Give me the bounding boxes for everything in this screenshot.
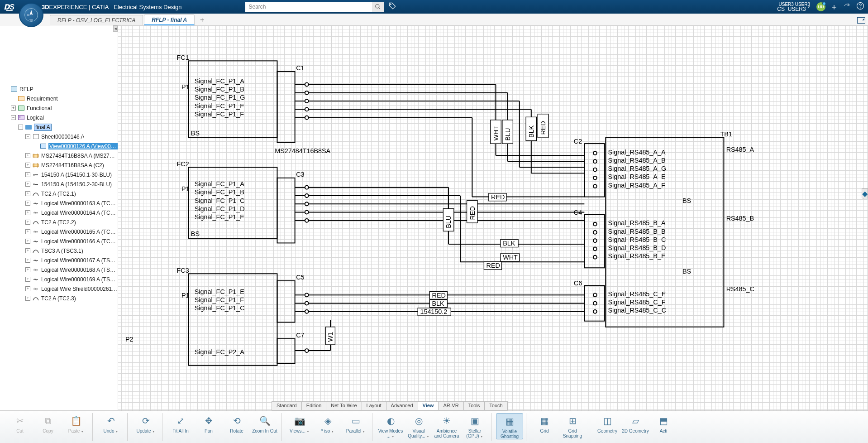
canvas-tab-standard[interactable]: Standard bbox=[272, 402, 302, 410]
canvas-tab-advanced[interactable]: Advanced bbox=[386, 402, 418, 410]
canvas-tab-tools[interactable]: Tools bbox=[464, 402, 485, 410]
tree-item[interactable]: +154150 A (154150.2-30-BLU) bbox=[4, 179, 118, 189]
tab-add-button[interactable]: + bbox=[196, 15, 209, 25]
tree-item[interactable]: +MS27484T16B8SA A (C2) bbox=[4, 160, 118, 170]
svg-text:Signal_FC_P1_E: Signal_FC_P1_E bbox=[195, 213, 244, 221]
fit-button[interactable]: ⤢Fit All In bbox=[167, 413, 194, 439]
tree-item[interactable]: +Logical Wire00000169 A (TSC3.1- bbox=[4, 274, 118, 284]
tab-rflp-final[interactable]: RFLP - final A bbox=[144, 14, 195, 25]
undo-button[interactable]: ↶Undo▼ bbox=[97, 413, 124, 439]
expand-icon[interactable]: + bbox=[25, 286, 30, 291]
acti-button[interactable]: ⬒Acti bbox=[650, 413, 677, 439]
view-modes-button[interactable]: ◐View Modes ...▼ bbox=[377, 413, 404, 439]
tree-functional[interactable]: + Functional bbox=[4, 103, 118, 113]
tree-item[interactable]: +Logical Wire00000164 A (TC2.1-3 bbox=[4, 208, 118, 217]
tree-collapse-handle[interactable]: ◂ bbox=[113, 25, 118, 32]
avatar[interactable]: UU bbox=[816, 2, 825, 11]
tree-logical[interactable]: − Logical bbox=[4, 113, 118, 122]
2d-geometry-button[interactable]: ▱2D Geometry bbox=[622, 413, 649, 439]
tree-item-label: 154150 A (154150.2-30-BLU) bbox=[41, 181, 112, 188]
tree-item[interactable]: +Logical Wire00000168 A (TSC3.1- bbox=[4, 265, 118, 274]
tree-item[interactable]: +MS27484T16B8SA A (MS27484T bbox=[4, 151, 118, 160]
expand-icon[interactable]: + bbox=[25, 248, 30, 253]
views-button[interactable]: 📷Views...▼ bbox=[286, 413, 313, 439]
copy-button[interactable]: ⧉Copy bbox=[34, 413, 62, 439]
tree-item[interactable]: +TSC3 A (TSC3.1) bbox=[4, 246, 118, 255]
tree-item[interactable]: +Logical Wire00000166 A (TC2.2-3 bbox=[4, 236, 118, 246]
expand-icon[interactable]: + bbox=[25, 229, 30, 234]
canvas-tab-edition[interactable]: Edition bbox=[302, 402, 327, 410]
geometry-button[interactable]: ◫Geometry bbox=[594, 413, 621, 439]
collapse-icon[interactable]: − bbox=[11, 115, 16, 120]
tree-item[interactable]: +TC2 A (TC2.1) bbox=[4, 189, 118, 198]
expand-icon[interactable]: + bbox=[25, 277, 30, 282]
paste-button[interactable]: 📋Paste▼ bbox=[62, 413, 90, 439]
help-icon[interactable] bbox=[856, 2, 864, 12]
user-block[interactable]: USER3 USER3 CS_USER3 ˅ bbox=[777, 2, 810, 12]
zoom-button[interactable]: 🔍Zoom In Out bbox=[251, 413, 278, 439]
svg-text:BLK: BLK bbox=[503, 240, 515, 247]
expand-icon[interactable]: + bbox=[25, 210, 30, 215]
tree-item-label: Logical Wire00000164 A (TC2.1-3 bbox=[41, 210, 118, 216]
side-panel-handle[interactable]: ◆ bbox=[862, 188, 868, 198]
tab-rflp-osv[interactable]: RFLP - OSV_LOG_ELECTRICA bbox=[50, 15, 143, 25]
compass-widget[interactable]: V.R3D bbox=[19, 3, 43, 27]
canvas-tab-layout[interactable]: Layout bbox=[362, 402, 386, 410]
canvas-tab-net-to-wire[interactable]: Net To Wire bbox=[326, 402, 362, 410]
canvas-tab-ar-vr[interactable]: AR-VR bbox=[439, 402, 463, 410]
tree-item[interactable]: +TC2 A (TC2.2) bbox=[4, 217, 118, 227]
collapse-icon[interactable]: − bbox=[25, 134, 30, 139]
tree-item[interactable]: +Logical Wire00000163 A (TC2.1-3 bbox=[4, 198, 118, 208]
pan-button[interactable]: ✥Pan bbox=[195, 413, 222, 439]
expand-icon[interactable]: + bbox=[25, 182, 30, 187]
expand-icon[interactable]: + bbox=[25, 258, 30, 263]
canvas-tab-touch[interactable]: Touch bbox=[485, 402, 507, 410]
share-icon[interactable] bbox=[843, 2, 852, 12]
tree-root[interactable]: RFLP bbox=[4, 84, 118, 94]
tree-item[interactable]: +Logical Wire00000165 A (TC2.2-3 bbox=[4, 227, 118, 236]
search-input[interactable] bbox=[245, 2, 372, 12]
expand-icon[interactable]: + bbox=[25, 172, 30, 177]
visual-quality-button[interactable]: ◎Visual Quality...▼ bbox=[405, 413, 432, 439]
svg-point-112 bbox=[305, 310, 309, 313]
rotate-button[interactable]: ⟲Rotate bbox=[223, 413, 250, 439]
volatile-ghosting-button[interactable]: ▦Volatile Ghosting bbox=[496, 413, 523, 439]
tree-item[interactable]: +Logical Wire00000167 A (TSC3.1- bbox=[4, 255, 118, 265]
collapse-icon[interactable]: − bbox=[18, 125, 23, 130]
search-button[interactable] bbox=[372, 2, 384, 12]
cut-button[interactable]: ✂Cut bbox=[6, 413, 33, 439]
expand-icon[interactable]: + bbox=[25, 267, 30, 272]
expand-icon[interactable]: + bbox=[25, 239, 30, 244]
canvas-tab-view[interactable]: View bbox=[418, 402, 439, 410]
svg-text:C4: C4 bbox=[574, 209, 582, 216]
expand-icon[interactable]: + bbox=[11, 106, 16, 111]
minimize-icon[interactable] bbox=[857, 17, 865, 24]
requirement-icon bbox=[18, 96, 24, 101]
expand-icon[interactable]: + bbox=[25, 296, 30, 301]
tree-requirement[interactable]: Requirement bbox=[4, 94, 118, 103]
viewmodes-icon: ◐ bbox=[384, 415, 397, 428]
canvas[interactable]: FC1 P1 BS Signal_FC_P1_A Signal_FC_P1_B … bbox=[118, 25, 868, 410]
item-icon bbox=[32, 153, 39, 159]
expand-icon[interactable]: + bbox=[25, 191, 30, 196]
tree-view[interactable]: View00000126 A (View00000 bbox=[4, 141, 118, 151]
parallel-button[interactable]: ▭Parallel▼ bbox=[342, 413, 369, 439]
tag-icon[interactable] bbox=[388, 2, 396, 12]
iso-button[interactable]: ◈* iso▼ bbox=[314, 413, 341, 439]
grid-button[interactable]: ▦Grid bbox=[531, 413, 558, 439]
update-button[interactable]: ⟳Update▼ bbox=[132, 413, 159, 439]
expand-icon[interactable]: + bbox=[25, 163, 30, 168]
tree-item[interactable]: +TC2 A (TC2.3) bbox=[4, 294, 118, 303]
tree-final[interactable]: − final A bbox=[4, 122, 118, 132]
expand-icon[interactable]: + bbox=[25, 220, 30, 225]
svg-text:FC1: FC1 bbox=[177, 54, 189, 61]
stellar-button[interactable]: ▣Stellar (GPU)▼ bbox=[461, 413, 488, 439]
add-icon[interactable]: ＋ bbox=[830, 1, 838, 12]
tree-sheet[interactable]: − Sheet00000146 A bbox=[4, 132, 118, 141]
grid-snap-button[interactable]: ⊞Grid Snapping bbox=[559, 413, 586, 439]
tree-item[interactable]: +154150 A (154150.1-30-BLU) bbox=[4, 170, 118, 179]
tree-item[interactable]: +Logical Wire Shield00000261 A (S bbox=[4, 284, 118, 294]
expand-icon[interactable]: + bbox=[25, 153, 30, 158]
expand-icon[interactable]: + bbox=[25, 201, 30, 206]
ambience-button[interactable]: ☀Ambience and Camera bbox=[433, 413, 460, 439]
